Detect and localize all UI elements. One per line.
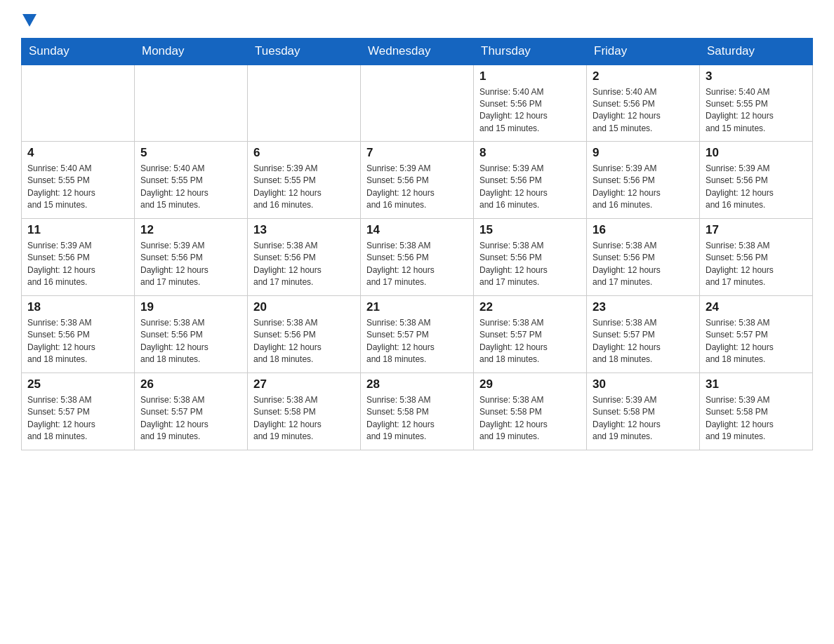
calendar-cell: 23Sunrise: 5:38 AM Sunset: 5:57 PM Dayli… (587, 296, 700, 373)
day-info: Sunrise: 5:38 AM Sunset: 5:56 PM Dayligh… (479, 240, 581, 289)
weekday-header-tuesday: Tuesday (248, 38, 361, 65)
day-info: Sunrise: 5:38 AM Sunset: 5:56 PM Dayligh… (253, 317, 355, 366)
calendar-table: SundayMondayTuesdayWednesdayThursdayFrid… (21, 38, 813, 451)
day-number: 25 (27, 377, 128, 391)
week-row-3: 11Sunrise: 5:39 AM Sunset: 5:56 PM Dayli… (22, 219, 813, 296)
day-number: 23 (593, 300, 694, 314)
calendar-cell (248, 65, 361, 142)
calendar-cell: 31Sunrise: 5:39 AM Sunset: 5:58 PM Dayli… (700, 373, 813, 450)
calendar-cell: 12Sunrise: 5:39 AM Sunset: 5:56 PM Dayli… (135, 219, 248, 296)
calendar-cell: 10Sunrise: 5:39 AM Sunset: 5:56 PM Dayli… (700, 142, 813, 219)
day-info: Sunrise: 5:40 AM Sunset: 5:55 PM Dayligh… (706, 86, 807, 135)
calendar-cell: 19Sunrise: 5:38 AM Sunset: 5:56 PM Dayli… (135, 296, 248, 373)
day-info: Sunrise: 5:38 AM Sunset: 5:56 PM Dayligh… (253, 240, 355, 289)
week-row-4: 18Sunrise: 5:38 AM Sunset: 5:56 PM Dayli… (22, 296, 813, 373)
calendar-cell: 15Sunrise: 5:38 AM Sunset: 5:56 PM Dayli… (474, 219, 587, 296)
calendar-cell: 11Sunrise: 5:39 AM Sunset: 5:56 PM Dayli… (22, 219, 135, 296)
day-number: 13 (253, 223, 355, 237)
day-number: 7 (366, 146, 468, 160)
calendar-cell: 18Sunrise: 5:38 AM Sunset: 5:56 PM Dayli… (22, 296, 135, 373)
day-info: Sunrise: 5:38 AM Sunset: 5:56 PM Dayligh… (593, 240, 694, 289)
calendar-cell: 25Sunrise: 5:38 AM Sunset: 5:57 PM Dayli… (22, 373, 135, 450)
calendar-cell: 29Sunrise: 5:38 AM Sunset: 5:58 PM Dayli… (474, 373, 587, 450)
day-info: Sunrise: 5:39 AM Sunset: 5:58 PM Dayligh… (706, 394, 807, 443)
day-number: 24 (706, 300, 807, 314)
day-number: 16 (593, 223, 694, 237)
weekday-header-thursday: Thursday (474, 38, 587, 65)
calendar-cell: 3Sunrise: 5:40 AM Sunset: 5:55 PM Daylig… (700, 65, 813, 142)
day-info: Sunrise: 5:39 AM Sunset: 5:56 PM Dayligh… (479, 163, 581, 212)
weekday-header-wednesday: Wednesday (361, 38, 474, 65)
day-number: 3 (706, 69, 807, 83)
day-info: Sunrise: 5:38 AM Sunset: 5:58 PM Dayligh… (366, 394, 468, 443)
day-number: 5 (140, 146, 241, 160)
day-number: 14 (366, 223, 468, 237)
calendar-cell: 26Sunrise: 5:38 AM Sunset: 5:57 PM Dayli… (135, 373, 248, 450)
calendar-cell (361, 65, 474, 142)
day-info: Sunrise: 5:39 AM Sunset: 5:56 PM Dayligh… (140, 240, 241, 289)
day-number: 31 (706, 377, 807, 391)
day-info: Sunrise: 5:38 AM Sunset: 5:57 PM Dayligh… (27, 394, 128, 443)
day-info: Sunrise: 5:39 AM Sunset: 5:56 PM Dayligh… (593, 163, 694, 212)
weekday-header-saturday: Saturday (700, 38, 813, 65)
calendar-cell: 24Sunrise: 5:38 AM Sunset: 5:57 PM Dayli… (700, 296, 813, 373)
calendar-cell: 6Sunrise: 5:39 AM Sunset: 5:55 PM Daylig… (248, 142, 361, 219)
calendar-cell: 5Sunrise: 5:40 AM Sunset: 5:55 PM Daylig… (135, 142, 248, 219)
day-number: 18 (27, 300, 128, 314)
day-info: Sunrise: 5:38 AM Sunset: 5:58 PM Dayligh… (479, 394, 581, 443)
logo-triangle-icon (22, 14, 37, 28)
calendar-cell: 27Sunrise: 5:38 AM Sunset: 5:58 PM Dayli… (248, 373, 361, 450)
weekday-header-friday: Friday (587, 38, 700, 65)
weekday-header-monday: Monday (135, 38, 248, 65)
day-info: Sunrise: 5:38 AM Sunset: 5:56 PM Dayligh… (366, 240, 468, 289)
day-number: 29 (479, 377, 581, 391)
day-info: Sunrise: 5:38 AM Sunset: 5:57 PM Dayligh… (593, 317, 694, 366)
day-number: 21 (366, 300, 468, 314)
day-info: Sunrise: 5:40 AM Sunset: 5:56 PM Dayligh… (593, 86, 694, 135)
day-info: Sunrise: 5:38 AM Sunset: 5:57 PM Dayligh… (140, 394, 241, 443)
day-info: Sunrise: 5:38 AM Sunset: 5:57 PM Dayligh… (366, 317, 468, 366)
day-number: 22 (479, 300, 581, 314)
day-info: Sunrise: 5:40 AM Sunset: 5:56 PM Dayligh… (479, 86, 581, 135)
day-number: 19 (140, 300, 241, 314)
calendar-cell: 30Sunrise: 5:39 AM Sunset: 5:58 PM Dayli… (587, 373, 700, 450)
calendar-cell: 8Sunrise: 5:39 AM Sunset: 5:56 PM Daylig… (474, 142, 587, 219)
day-number: 15 (479, 223, 581, 237)
day-info: Sunrise: 5:39 AM Sunset: 5:56 PM Dayligh… (706, 163, 807, 212)
logo (21, 14, 37, 31)
day-info: Sunrise: 5:38 AM Sunset: 5:58 PM Dayligh… (253, 394, 355, 443)
svg-marker-0 (22, 14, 37, 27)
day-number: 10 (706, 146, 807, 160)
page-header (21, 14, 813, 31)
day-number: 28 (366, 377, 468, 391)
calendar-cell: 13Sunrise: 5:38 AM Sunset: 5:56 PM Dayli… (248, 219, 361, 296)
day-info: Sunrise: 5:38 AM Sunset: 5:57 PM Dayligh… (706, 317, 807, 366)
calendar-cell: 2Sunrise: 5:40 AM Sunset: 5:56 PM Daylig… (587, 65, 700, 142)
day-info: Sunrise: 5:38 AM Sunset: 5:57 PM Dayligh… (479, 317, 581, 366)
weekday-header-row: SundayMondayTuesdayWednesdayThursdayFrid… (22, 38, 813, 65)
day-number: 20 (253, 300, 355, 314)
week-row-1: 1Sunrise: 5:40 AM Sunset: 5:56 PM Daylig… (22, 65, 813, 142)
day-number: 26 (140, 377, 241, 391)
day-info: Sunrise: 5:39 AM Sunset: 5:55 PM Dayligh… (253, 163, 355, 212)
calendar-cell: 14Sunrise: 5:38 AM Sunset: 5:56 PM Dayli… (361, 219, 474, 296)
calendar-cell: 22Sunrise: 5:38 AM Sunset: 5:57 PM Dayli… (474, 296, 587, 373)
day-info: Sunrise: 5:40 AM Sunset: 5:55 PM Dayligh… (140, 163, 241, 212)
day-number: 8 (479, 146, 581, 160)
day-number: 30 (593, 377, 694, 391)
day-number: 6 (253, 146, 355, 160)
day-number: 11 (27, 223, 128, 237)
day-info: Sunrise: 5:39 AM Sunset: 5:58 PM Dayligh… (593, 394, 694, 443)
calendar-cell: 7Sunrise: 5:39 AM Sunset: 5:56 PM Daylig… (361, 142, 474, 219)
week-row-2: 4Sunrise: 5:40 AM Sunset: 5:55 PM Daylig… (22, 142, 813, 219)
calendar-cell: 28Sunrise: 5:38 AM Sunset: 5:58 PM Dayli… (361, 373, 474, 450)
calendar-cell: 20Sunrise: 5:38 AM Sunset: 5:56 PM Dayli… (248, 296, 361, 373)
day-info: Sunrise: 5:38 AM Sunset: 5:56 PM Dayligh… (140, 317, 241, 366)
day-info: Sunrise: 5:40 AM Sunset: 5:55 PM Dayligh… (27, 163, 128, 212)
day-info: Sunrise: 5:39 AM Sunset: 5:56 PM Dayligh… (27, 240, 128, 289)
day-number: 9 (593, 146, 694, 160)
calendar-cell: 17Sunrise: 5:38 AM Sunset: 5:56 PM Dayli… (700, 219, 813, 296)
week-row-5: 25Sunrise: 5:38 AM Sunset: 5:57 PM Dayli… (22, 373, 813, 450)
weekday-header-sunday: Sunday (22, 38, 135, 65)
calendar-cell: 4Sunrise: 5:40 AM Sunset: 5:55 PM Daylig… (22, 142, 135, 219)
